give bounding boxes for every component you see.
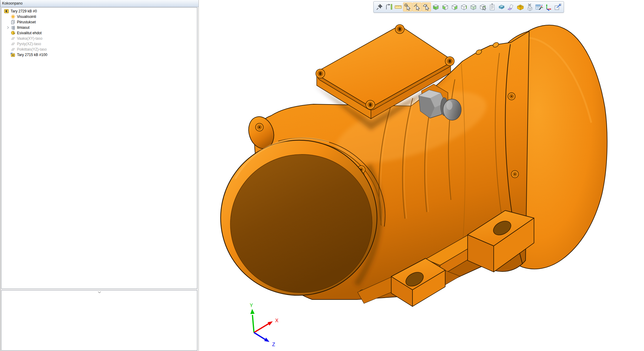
- tree-item[interactable]: Tary 2715 kB #100: [2, 52, 197, 58]
- visualization-icon: [10, 14, 15, 19]
- expand-chevron-icon[interactable]: [6, 25, 10, 30]
- secondary-panel: [1, 290, 197, 351]
- tree-item-label: Ilmiasut: [17, 25, 29, 30]
- chevron-down-icon: [98, 291, 101, 293]
- chevron-spacer: [6, 53, 10, 57]
- model-canvas[interactable]: Y X Z: [199, 0, 644, 351]
- tree-item[interactable]: Esivalitut ehdot: [2, 30, 197, 36]
- tree-item-label: Poikittais(YZ)-taso: [17, 47, 47, 51]
- tree-item[interactable]: Vaaka(XY)-taso: [2, 36, 197, 41]
- svg-text:Z: Z: [272, 342, 275, 347]
- tree-item[interactable]: Piirustukset: [2, 19, 197, 25]
- tree-item[interactable]: Visualisointi: [2, 14, 197, 19]
- plane-icon: [10, 47, 15, 52]
- tree-item-label: Tary 2729 kB #0: [11, 9, 37, 13]
- cad-application-window: Kokoonpano Tary 2729 kB #0VisualisointiP…: [0, 0, 644, 351]
- assembly-tree[interactable]: Tary 2729 kB #0VisualisointiPiirustukset…: [1, 7, 197, 289]
- component-icon: [10, 52, 15, 57]
- tree-item[interactable]: Pysty(XZ)-taso: [2, 41, 197, 47]
- panel-title: Kokoonpano: [0, 0, 199, 7]
- chevron-spacer: [6, 47, 10, 51]
- chevron-spacer: [6, 42, 10, 46]
- tree-item[interactable]: Ilmiasut: [2, 25, 197, 30]
- svg-text:Y: Y: [250, 303, 253, 308]
- svg-text:X: X: [275, 318, 279, 323]
- tree-item[interactable]: Poikittais(YZ)-taso: [2, 47, 197, 52]
- tree-item-label: Visualisointi: [17, 15, 36, 19]
- chevron-spacer: [6, 20, 10, 24]
- tree-item-label: Piirustukset: [17, 20, 36, 24]
- tree-item-label: Tary 2715 kB #100: [17, 53, 47, 57]
- preselected-conditions-icon: [10, 31, 15, 35]
- tree-item-label: Vaaka(XY)-taso: [17, 36, 42, 41]
- tree-rows: Tary 2729 kB #0VisualisointiPiirustukset…: [2, 8, 197, 58]
- plane-icon: [10, 36, 15, 41]
- appearances-icon: [10, 25, 15, 30]
- axis-x: X: [254, 318, 279, 333]
- tree-item-label: Pysty(XZ)-taso: [17, 42, 41, 46]
- plane-icon: [10, 41, 15, 46]
- 3d-viewport[interactable]: Y X Z: [199, 0, 644, 351]
- model-vibration-motor[interactable]: [208, 25, 607, 308]
- assembly-icon: [4, 9, 9, 14]
- drawings-icon: [10, 20, 15, 25]
- tree-item-label: Esivalitut ehdot: [17, 31, 42, 35]
- assembly-panel: Kokoonpano Tary 2729 kB #0VisualisointiP…: [0, 0, 199, 351]
- chevron-spacer: [6, 15, 10, 19]
- tree-item[interactable]: Tary 2729 kB #0: [2, 8, 197, 14]
- orientation-axes: Y X Z: [250, 303, 279, 347]
- chevron-spacer: [6, 31, 10, 35]
- axis-z: Z: [254, 333, 275, 347]
- panel-collapse-grip[interactable]: [96, 291, 102, 294]
- axis-y: Y: [250, 303, 255, 333]
- chevron-spacer: [6, 36, 10, 41]
